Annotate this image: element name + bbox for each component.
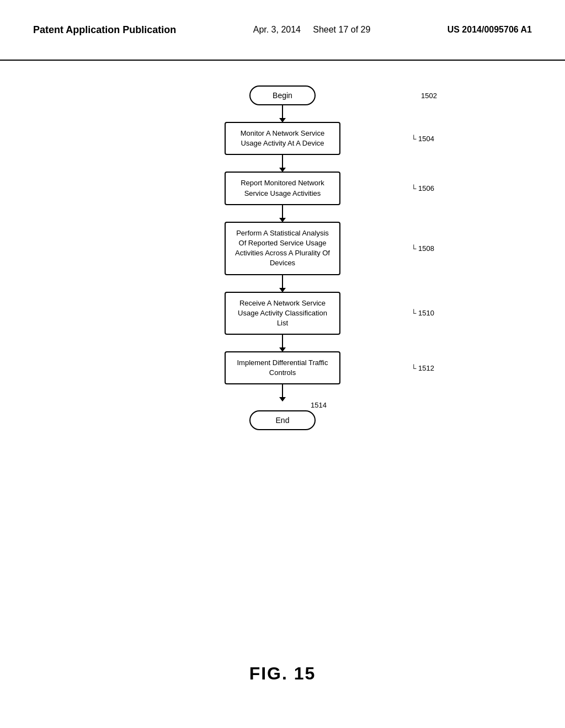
arrow-2 [282, 155, 283, 172]
end-node-wrapper: 1514 End [167, 401, 398, 430]
step-1508-node: Perform A Statistical Analysis Of Report… [225, 222, 340, 275]
ref-1502: 1502 [421, 92, 437, 100]
step-1504-wrapper: Monitor A Network Service Usage Activity… [167, 122, 398, 155]
step-1510-node: Receive A Network Service Usage Activity… [225, 292, 340, 335]
step-1504-node: Monitor A Network Service Usage Activity… [225, 122, 340, 155]
ref-1512: └ 1512 [411, 364, 434, 372]
arrow-5 [282, 335, 283, 351]
ref-1514-label: 1514 [311, 401, 327, 409]
step-1510-wrapper: Receive A Network Service Usage Activity… [167, 292, 398, 335]
date-sheet-label: Apr. 3, 2014 Sheet 17 of 29 [253, 25, 371, 35]
arrow-1 [282, 105, 283, 122]
arrow-6 [282, 384, 283, 401]
ref-1508: └ 1508 [411, 244, 434, 253]
end-node: End [249, 410, 316, 430]
ref-1506: └ 1506 [411, 184, 434, 192]
step-1512-wrapper: Implement Differential Traffic Controls … [167, 351, 398, 384]
begin-node-wrapper: Begin 1502 [167, 85, 398, 105]
step-1512-node: Implement Differential Traffic Controls [225, 351, 340, 384]
publication-label: Patent Application Publication [33, 24, 176, 36]
figure-caption: FIG. 15 [249, 663, 316, 684]
step-1506-wrapper: Report Monitored Network Service Usage A… [167, 172, 398, 205]
arrow-4 [282, 275, 283, 292]
step-1508-wrapper: Perform A Statistical Analysis Of Report… [167, 222, 398, 275]
begin-node: Begin [249, 85, 316, 105]
step-1506-node: Report Monitored Network Service Usage A… [225, 172, 340, 205]
ref-1510: └ 1510 [411, 309, 434, 317]
arrow-3 [282, 205, 283, 222]
patent-number-label: US 2014/0095706 A1 [447, 25, 532, 35]
ref-1504: └ 1504 [411, 135, 434, 143]
sheet-label: Sheet 17 of 29 [313, 25, 370, 34]
page-header: Patent Application Publication Apr. 3, 2… [0, 0, 565, 61]
date-label: Apr. 3, 2014 [253, 25, 301, 34]
